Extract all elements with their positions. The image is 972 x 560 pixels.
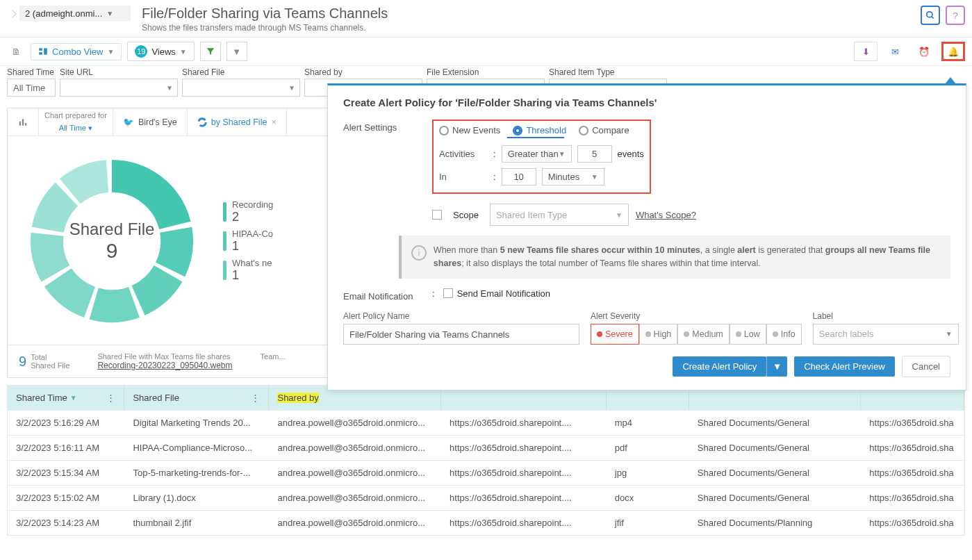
col-shared-file[interactable]: Shared File⋮ <box>124 386 269 410</box>
label-search-input[interactable]: Search labels▼ <box>813 324 959 345</box>
total-count: 9 <box>19 354 26 370</box>
caret-down-icon: ▼ <box>107 48 114 56</box>
svg-rect-6 <box>22 119 24 125</box>
svg-point-0 <box>927 12 932 17</box>
alert-settings-label: Alert Settings <box>343 120 432 133</box>
severity-high[interactable]: High <box>639 324 678 345</box>
chevron-right-icon[interactable] <box>8 10 16 17</box>
table-row[interactable]: 3/2/2023 5:14:23 AMthumbnail 2.jfifandre… <box>8 510 964 535</box>
alert-bell-icon[interactable]: 🔔 <box>941 42 965 61</box>
combo-view-label: Combo View <box>52 47 103 57</box>
by-shared-file-tab[interactable]: by Shared File × <box>188 108 287 135</box>
severity-info[interactable]: Info <box>766 324 802 345</box>
svg-point-8 <box>199 118 206 126</box>
donut-total: 9 <box>69 239 155 263</box>
caret-down-icon: ▼ <box>180 48 187 56</box>
caret-down-icon: ▼ <box>106 10 113 17</box>
filter-shared-by-label: Shared by <box>304 67 422 77</box>
info-icon: i <box>411 245 427 261</box>
table-row[interactable]: 3/2/2023 5:15:34 AMTop-5-marketing-trend… <box>8 460 964 485</box>
table-row[interactable]: 3/2/2023 5:16:29 AMDigital Marketing Tre… <box>8 410 964 435</box>
combo-view-button[interactable]: Combo View ▼ <box>31 43 122 60</box>
search-icon[interactable] <box>921 6 940 25</box>
severity-severe[interactable]: Severe <box>591 324 639 345</box>
svg-rect-4 <box>44 48 47 54</box>
filter-file-extension-label: File Extension <box>427 67 545 77</box>
duration-unit-select[interactable]: Minutes▼ <box>542 168 604 186</box>
filter-shared-file-label: Shared File <box>182 67 300 77</box>
tenant-name: 2 (admeight.onmi... <box>25 8 102 19</box>
svg-rect-5 <box>19 121 21 125</box>
svg-rect-2 <box>39 48 42 51</box>
filter-site-url-label: Site URL <box>60 67 178 77</box>
results-table: Shared Time▼⋮ Shared File⋮ Shared by 3/2… <box>7 385 965 536</box>
download-icon[interactable]: ⬇ <box>854 42 878 61</box>
bar-chart-icon <box>17 117 28 127</box>
donut-title: Shared File <box>69 220 155 239</box>
toolbar: 🗎 Combo View ▼ 19 Views ▼ ▼ ⬇ ✉ ⏰ 🔔 <box>0 38 972 66</box>
activities-operator-select[interactable]: Greater than▼ <box>502 145 572 163</box>
schedule-icon[interactable]: ⏰ <box>912 42 936 61</box>
radio-compare[interactable]: Compare <box>579 125 629 135</box>
svg-line-1 <box>932 17 934 19</box>
create-alert-dropdown[interactable]: ▼ <box>766 356 787 377</box>
scope-checkbox[interactable] <box>432 210 442 220</box>
table-row[interactable]: 3/2/2023 5:16:11 AMHIPAA-Compliance-Micr… <box>8 435 964 460</box>
page-subtitle: Shows the files transfers made through M… <box>142 23 921 33</box>
severity-medium[interactable]: Medium <box>677 324 729 345</box>
scope-select[interactable]: Shared Item Type▼ <box>490 204 629 226</box>
scope-help-link[interactable]: What's Scope? <box>636 210 696 220</box>
filter-shared-file[interactable]: ▼ <box>182 79 300 97</box>
tenant-selector[interactable]: 2 (admeight.onmi... ▼ <box>19 6 131 22</box>
svg-rect-7 <box>25 123 26 126</box>
doc-icon[interactable]: 🗎 <box>7 42 25 60</box>
cancel-button[interactable]: Cancel <box>902 356 950 377</box>
mail-icon[interactable]: ✉ <box>883 42 907 61</box>
filter-caret[interactable]: ▼ <box>226 42 247 61</box>
max-shared-file[interactable]: Recording-20230223_095040.webm <box>97 361 232 370</box>
views-count: 19 <box>135 45 147 58</box>
filter-item-type-label: Shared Item Type <box>549 67 667 77</box>
donut-chart: Shared File 9 <box>22 151 202 331</box>
sort-desc-icon: ▼ <box>70 394 77 402</box>
page-header: 2 (admeight.onmi... ▼ File/Folder Sharin… <box>0 0 972 38</box>
svg-rect-3 <box>39 52 42 55</box>
donut-icon <box>197 117 207 127</box>
radio-threshold[interactable]: Threshold <box>513 125 566 135</box>
close-icon[interactable]: × <box>271 117 276 127</box>
birds-eye-tab[interactable]: 🐦 Bird's Eye <box>113 108 188 135</box>
filter-shared-time[interactable]: All Time <box>7 79 56 97</box>
combo-icon <box>38 47 48 56</box>
help-icon[interactable]: ? <box>946 6 965 25</box>
panel-arrow <box>945 77 956 84</box>
page-title-block: File/Folder Sharing via Teams Channels S… <box>142 6 921 33</box>
filter-button[interactable] <box>200 42 221 61</box>
check-preview-button[interactable]: Check Alert Preview <box>794 356 894 377</box>
policy-name-input[interactable]: File/Folder Sharing via Teams Channels <box>343 324 579 345</box>
bird-icon: 🐦 <box>123 117 134 127</box>
send-email-checkbox[interactable] <box>443 288 453 298</box>
chart-legend: Recording2HIPAA-Co1What's ne1 <box>223 195 273 287</box>
duration-value-input[interactable]: 10 <box>502 168 536 186</box>
views-button[interactable]: 19 Views ▼ <box>127 42 194 61</box>
radio-new-events[interactable]: New Events <box>439 125 500 135</box>
filter-shared-time-label: Shared Time <box>7 67 56 77</box>
threshold-info-box: i When more than 5 new Teams file shares… <box>399 236 950 279</box>
activities-value-input[interactable]: 5 <box>577 145 612 163</box>
chart-prepared-tab[interactable]: Chart prepared for All Time ▾ <box>39 108 113 135</box>
create-alert-button[interactable]: Create Alert Policy <box>673 356 766 377</box>
col-shared-time[interactable]: Shared Time▼⋮ <box>8 386 124 410</box>
severity-low[interactable]: Low <box>730 324 766 345</box>
tab-chart-icon[interactable] <box>8 108 39 135</box>
alert-policy-panel: Create Alert Policy for 'File/Folder Sha… <box>327 83 966 390</box>
page-title: File/Folder Sharing via Teams Channels <box>142 6 921 22</box>
alert-panel-title: Create Alert Policy for 'File/Folder Sha… <box>343 97 950 108</box>
threshold-config-box: New Events Threshold Compare Activities … <box>432 120 651 194</box>
filter-site-url[interactable]: ▼ <box>60 79 178 97</box>
table-row[interactable]: 3/2/2023 5:15:02 AMLibrary (1).docxandre… <box>8 485 964 510</box>
views-label: Views <box>151 47 175 57</box>
